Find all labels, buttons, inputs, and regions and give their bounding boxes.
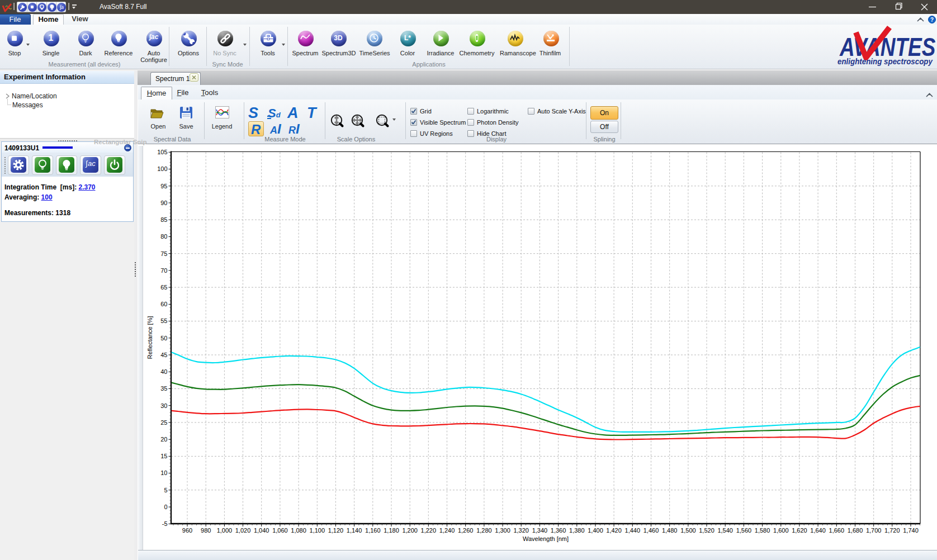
svg-text:65: 65 [160,284,167,291]
svg-text:105: 105 [157,149,167,155]
svg-text:90: 90 [160,200,167,206]
svg-text:1,740: 1,740 [903,527,919,534]
svg-text:100: 100 [157,165,167,172]
svg-text:35: 35 [160,385,167,392]
svg-text:1,240: 1,240 [439,527,455,534]
svg-text:95: 95 [160,183,167,189]
svg-text:25: 25 [160,419,167,426]
svg-text:1,400: 1,400 [588,527,603,534]
svg-text:1,300: 1,300 [495,527,510,534]
svg-text:1,460: 1,460 [643,527,659,534]
svg-text:70: 70 [160,267,167,274]
svg-text:980: 980 [201,527,211,534]
svg-text:1,140: 1,140 [347,527,362,534]
svg-text:50: 50 [160,335,167,341]
svg-text:1,080: 1,080 [291,527,306,534]
svg-text:1,220: 1,220 [421,527,437,534]
svg-text:1,100: 1,100 [310,527,325,534]
svg-text:20: 20 [160,436,167,443]
svg-text:1,020: 1,020 [235,527,251,534]
svg-text:1,480: 1,480 [662,527,678,534]
svg-text:1,060: 1,060 [272,527,288,534]
svg-text:40: 40 [160,368,167,375]
svg-text:1,380: 1,380 [569,527,585,534]
svg-text:1,680: 1,680 [848,527,863,534]
svg-text:55: 55 [160,317,167,324]
svg-text:1,720: 1,720 [884,527,900,534]
svg-text:45: 45 [160,352,167,358]
svg-text:1,160: 1,160 [365,527,381,534]
svg-text:1,360: 1,360 [551,527,566,534]
svg-text:1,660: 1,660 [829,527,845,534]
svg-text:1,180: 1,180 [384,527,399,534]
svg-text:10: 10 [160,469,167,476]
svg-text:5: 5 [164,487,167,493]
svg-text:1,600: 1,600 [773,527,789,534]
svg-text:1,040: 1,040 [254,527,269,534]
svg-text:1,540: 1,540 [717,527,733,534]
svg-text:1,200: 1,200 [402,527,418,534]
svg-text:15: 15 [160,453,167,459]
svg-text:75: 75 [160,250,167,257]
svg-text:1,520: 1,520 [699,527,714,534]
svg-text:1,580: 1,580 [755,527,770,534]
svg-text:Reflectance [%]: Reflectance [%] [146,316,153,359]
svg-text:1,000: 1,000 [217,527,233,534]
svg-text:1,620: 1,620 [792,527,807,534]
svg-text:1,500: 1,500 [680,527,696,534]
svg-text:960: 960 [182,527,192,534]
svg-text:1,280: 1,280 [476,527,492,534]
svg-text:-5: -5 [162,520,168,527]
svg-text:85: 85 [160,216,167,223]
svg-text:1,640: 1,640 [810,527,826,534]
svg-text:1,420: 1,420 [606,527,622,534]
svg-text:30: 30 [160,402,167,409]
svg-text:1,260: 1,260 [458,527,474,534]
svg-text:60: 60 [160,301,167,307]
svg-text:1,560: 1,560 [736,527,752,534]
svg-text:1,440: 1,440 [625,527,641,534]
svg-text:0: 0 [164,504,167,510]
svg-text:1,320: 1,320 [513,527,529,534]
svg-text:1,340: 1,340 [532,527,548,534]
svg-text:Wavelength [nm]: Wavelength [nm] [523,535,569,542]
svg-text:1,700: 1,700 [866,527,882,534]
svg-text:1,120: 1,120 [328,527,344,534]
svg-text:80: 80 [160,233,167,240]
